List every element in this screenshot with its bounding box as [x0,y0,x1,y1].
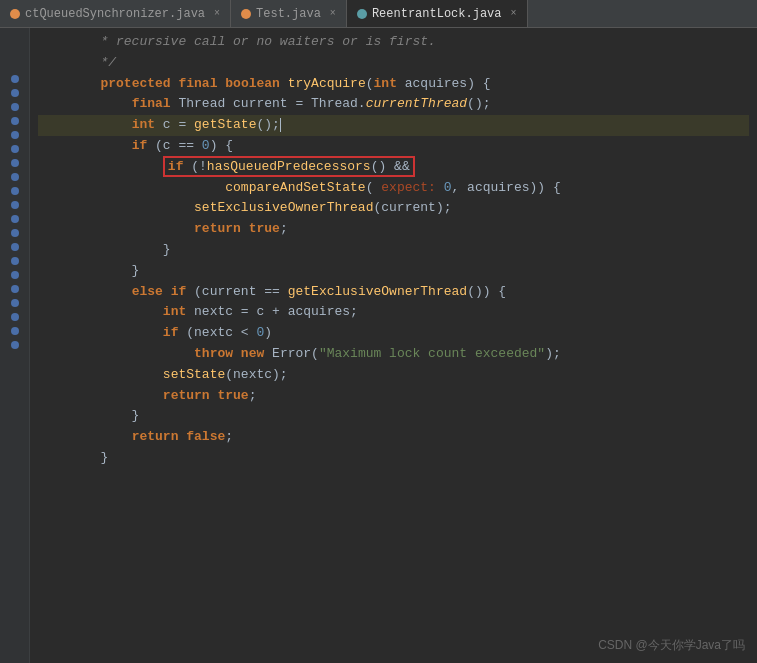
breakpoint-15[interactable] [11,271,19,279]
code-line-7: if (!hasQueuedPredecessors() && [38,157,749,178]
tab-icon-2 [241,9,251,19]
code-line-20: return false; [38,427,749,448]
breakpoint-11[interactable] [11,215,19,223]
tab-label-3: ReentrantLock.java [372,7,502,21]
breakpoint-13[interactable] [11,243,19,251]
breakpoint-1[interactable] [11,75,19,83]
code-line-15: if (nextc < 0) [38,323,749,344]
breakpoint-3[interactable] [11,103,19,111]
code-editor[interactable]: * recursive call or no waiters or is fir… [30,28,757,663]
tab-bar: ctQueuedSynchronizer.java × Test.java × … [0,0,757,28]
code-line-17: setState(nextc); [38,365,749,386]
editor-area: * recursive call or no waiters or is fir… [0,28,757,663]
tab-abstractqueued[interactable]: ctQueuedSynchronizer.java × [0,0,231,27]
breakpoint-12[interactable] [11,229,19,237]
breakpoint-10[interactable] [11,201,19,209]
breakpoint-8[interactable] [11,173,19,181]
code-line-13: else if (current == getExclusiveOwnerThr… [38,282,749,303]
breakpoint-20[interactable] [11,341,19,349]
code-line-16: throw new Error("Maximum lock count exce… [38,344,749,365]
tab-label-1: ctQueuedSynchronizer.java [25,7,205,21]
code-line-1: * recursive call or no waiters or is fir… [38,32,749,53]
breakpoint-9[interactable] [11,187,19,195]
tab-reentrantlock[interactable]: ReentrantLock.java × [347,0,528,27]
breakpoint-19[interactable] [11,327,19,335]
tab-label-2: Test.java [256,7,321,21]
code-line-2: */ [38,53,749,74]
tab-close-3[interactable]: × [511,8,517,19]
breakpoint-17[interactable] [11,299,19,307]
code-line-4: final Thread current = Thread.currentThr… [38,94,749,115]
tab-icon-3 [357,9,367,19]
gutter [0,28,30,663]
code-line-8: compareAndSetState( expect: 0, acquires)… [38,178,749,199]
breakpoint-5[interactable] [11,131,19,139]
breakpoint-6[interactable] [11,145,19,153]
code-line-10: return true; [38,219,749,240]
breakpoint-4[interactable] [11,117,19,125]
watermark: CSDN @今天你学Java了吗 [598,636,745,655]
code-line-14: int nextc = c + acquires; [38,302,749,323]
breakpoint-16[interactable] [11,285,19,293]
tab-icon-1 [10,9,20,19]
code-line-6: if (c == 0) { [38,136,749,157]
tab-close-1[interactable]: × [214,8,220,19]
code-line-18: return true; [38,386,749,407]
tab-test[interactable]: Test.java × [231,0,347,27]
code-line-21: } [38,448,749,469]
tab-close-2[interactable]: × [330,8,336,19]
code-line-19: } [38,406,749,427]
code-line-3: protected final boolean tryAcquire(int a… [38,74,749,95]
breakpoint-14[interactable] [11,257,19,265]
breakpoint-2[interactable] [11,89,19,97]
breakpoint-7[interactable] [11,159,19,167]
code-line-12: } [38,261,749,282]
breakpoint-18[interactable] [11,313,19,321]
code-line-11: } [38,240,749,261]
code-line-5: int c = getState(); [38,115,749,136]
code-line-9: setExclusiveOwnerThread(current); [38,198,749,219]
